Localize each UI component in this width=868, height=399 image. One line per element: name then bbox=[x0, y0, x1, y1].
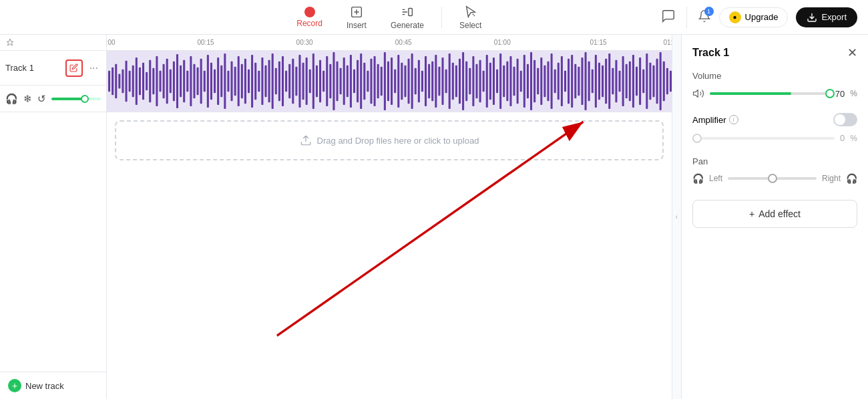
svg-rect-168 bbox=[663, 61, 665, 101]
select-label: Select bbox=[459, 21, 481, 30]
svg-rect-113 bbox=[475, 64, 477, 98]
chat-button[interactable] bbox=[661, 9, 676, 26]
export-button[interactable]: Export bbox=[796, 7, 857, 27]
svg-rect-128 bbox=[527, 64, 529, 98]
volume-section: Volume 70 % bbox=[692, 71, 857, 113]
svg-rect-134 bbox=[547, 61, 549, 101]
add-effect-button[interactable]: + Add effect bbox=[692, 200, 857, 228]
track-controls: 🎧 ❄ ↺ bbox=[0, 86, 106, 112]
record-tool[interactable]: Record bbox=[287, 4, 332, 31]
svg-rect-121 bbox=[503, 65, 505, 97]
new-track-button[interactable]: + New track bbox=[0, 372, 106, 399]
insert-tool[interactable]: Insert bbox=[337, 2, 376, 33]
svg-rect-101 bbox=[435, 55, 437, 108]
panel-title: Track 1 bbox=[692, 47, 729, 59]
left-headphone-icon: 🎧 bbox=[692, 173, 704, 184]
svg-rect-114 bbox=[479, 60, 481, 102]
svg-rect-161 bbox=[639, 57, 641, 105]
svg-rect-22 bbox=[166, 59, 168, 104]
svg-rect-66 bbox=[316, 65, 318, 97]
svg-rect-90 bbox=[397, 55, 399, 108]
pan-section: Pan 🎧 Left Right 🎧 bbox=[692, 156, 857, 184]
svg-rect-44 bbox=[241, 64, 243, 98]
edit-track-button[interactable] bbox=[65, 59, 83, 77]
svg-rect-76 bbox=[350, 55, 352, 108]
panel-header: Track 1 ✕ bbox=[692, 45, 857, 60]
notification-button[interactable]: 1 bbox=[698, 9, 711, 25]
svg-rect-8 bbox=[118, 74, 120, 89]
svg-rect-133 bbox=[544, 65, 546, 97]
svg-rect-46 bbox=[248, 70, 250, 94]
svg-rect-63 bbox=[306, 57, 308, 105]
generate-icon bbox=[400, 5, 415, 19]
svg-rect-126 bbox=[520, 71, 522, 92]
svg-rect-124 bbox=[513, 67, 515, 96]
headphones-button[interactable]: 🎧 bbox=[5, 93, 18, 105]
svg-rect-73 bbox=[340, 68, 342, 95]
svg-rect-33 bbox=[204, 71, 206, 92]
waveform-svg: // Will be rendered as static SVG paths … bbox=[107, 51, 672, 112]
svg-rect-10 bbox=[126, 61, 128, 102]
upload-icon bbox=[300, 134, 312, 146]
loop-button[interactable]: ↺ bbox=[37, 93, 46, 105]
panel-collapse-handle[interactable]: ‹ bbox=[672, 35, 681, 399]
amplifier-info-button[interactable]: i bbox=[729, 115, 738, 124]
svg-rect-60 bbox=[295, 67, 297, 96]
timeline-ruler: 00:00 00:15 00:30 00:45 01:00 01:15 01:3… bbox=[107, 35, 672, 51]
svg-rect-132 bbox=[540, 57, 542, 105]
volume-slider[interactable] bbox=[710, 92, 826, 95]
svg-rect-139 bbox=[564, 71, 566, 92]
svg-rect-42 bbox=[234, 67, 236, 96]
upgrade-button[interactable]: ● Upgrade bbox=[719, 7, 789, 27]
volume-row: 70 % bbox=[692, 88, 857, 100]
svg-rect-169 bbox=[666, 68, 668, 95]
svg-rect-106 bbox=[452, 63, 454, 100]
svg-rect-160 bbox=[636, 67, 638, 96]
svg-rect-115 bbox=[483, 71, 485, 92]
svg-rect-129 bbox=[530, 52, 532, 110]
amplifier-toggle[interactable] bbox=[833, 113, 857, 126]
svg-rect-64 bbox=[309, 70, 311, 94]
svg-rect-21 bbox=[163, 64, 165, 98]
svg-rect-3 bbox=[409, 8, 413, 15]
speaker-icon bbox=[692, 88, 704, 100]
amp-slider[interactable] bbox=[692, 137, 835, 140]
svg-rect-5 bbox=[108, 71, 110, 92]
svg-rect-9 bbox=[122, 70, 124, 94]
svg-rect-39 bbox=[224, 53, 226, 109]
svg-rect-170 bbox=[670, 71, 672, 92]
panel-close-button[interactable]: ✕ bbox=[847, 45, 857, 60]
svg-rect-27 bbox=[183, 60, 185, 102]
svg-rect-37 bbox=[217, 57, 219, 105]
waveform-track[interactable]: // Will be rendered as static SVG paths … bbox=[107, 51, 672, 112]
svg-rect-7 bbox=[115, 64, 117, 98]
svg-rect-38 bbox=[220, 65, 222, 97]
svg-rect-23 bbox=[170, 70, 172, 94]
main-area: Track 1 ··· 🎧 ❄ ↺ + New track bbox=[0, 35, 868, 399]
svg-rect-56 bbox=[282, 56, 284, 106]
snowflake-button[interactable]: ❄ bbox=[23, 93, 32, 105]
svg-marker-173 bbox=[694, 90, 698, 98]
svg-rect-158 bbox=[629, 61, 631, 101]
svg-rect-53 bbox=[272, 53, 274, 109]
svg-rect-35 bbox=[210, 63, 212, 100]
more-options-button[interactable]: ··· bbox=[87, 61, 101, 76]
svg-rect-120 bbox=[499, 53, 501, 109]
svg-rect-68 bbox=[322, 71, 324, 92]
select-tool[interactable]: Select bbox=[450, 2, 491, 33]
svg-rect-146 bbox=[588, 61, 590, 101]
svg-rect-96 bbox=[418, 60, 420, 102]
generate-label: Generate bbox=[391, 21, 424, 30]
svg-rect-70 bbox=[329, 64, 331, 98]
svg-rect-57 bbox=[285, 71, 287, 92]
track-volume-slider[interactable] bbox=[51, 98, 101, 100]
generate-tool[interactable]: Generate bbox=[381, 2, 433, 33]
svg-rect-45 bbox=[244, 59, 246, 104]
volume-fill bbox=[710, 92, 791, 95]
svg-rect-130 bbox=[533, 60, 535, 102]
svg-rect-148 bbox=[595, 55, 597, 108]
svg-rect-41 bbox=[231, 61, 233, 101]
pan-slider[interactable] bbox=[728, 177, 817, 180]
svg-rect-147 bbox=[592, 70, 594, 94]
drop-zone[interactable]: Drag and Drop files here or click to upl… bbox=[115, 120, 664, 160]
